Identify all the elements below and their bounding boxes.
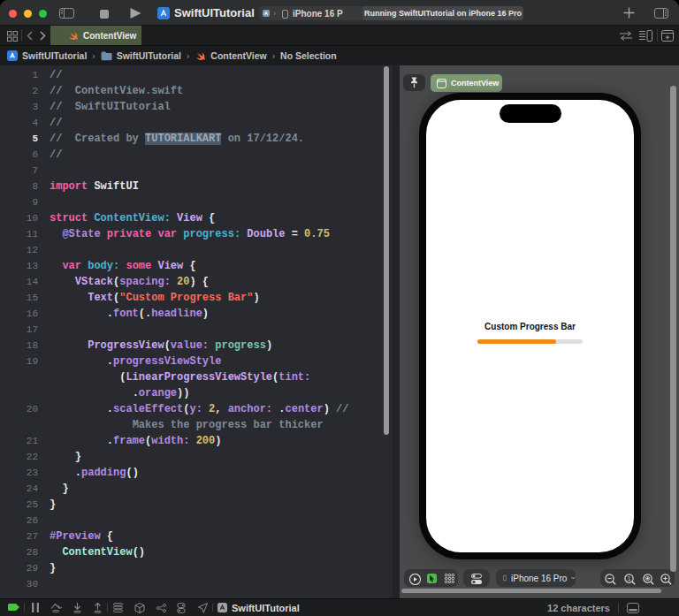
svg-text:1: 1 xyxy=(628,574,631,581)
